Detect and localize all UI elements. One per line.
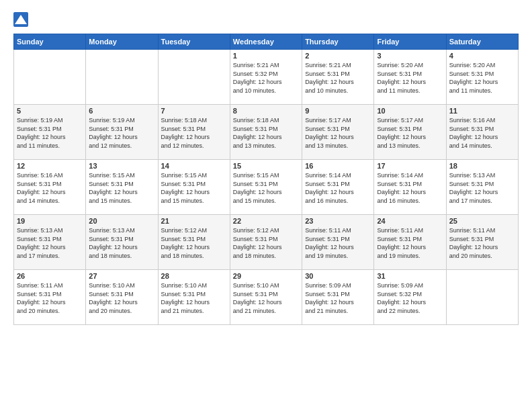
day-number: 9 bbox=[305, 107, 371, 115]
day-cell: 4Sunrise: 5:20 AMSunset: 5:31 PMDaylight… bbox=[446, 50, 518, 105]
day-cell bbox=[86, 50, 158, 105]
day-info: Sunrise: 5:21 AMSunset: 5:32 PMDaylight:… bbox=[233, 61, 299, 95]
day-number: 2 bbox=[305, 52, 371, 60]
day-number: 18 bbox=[449, 162, 515, 170]
day-info: Sunrise: 5:18 AMSunset: 5:31 PMDaylight:… bbox=[233, 116, 299, 150]
day-cell: 14Sunrise: 5:15 AMSunset: 5:31 PMDayligh… bbox=[158, 160, 230, 215]
day-info: Sunrise: 5:20 AMSunset: 5:31 PMDaylight:… bbox=[377, 61, 443, 95]
day-cell: 13Sunrise: 5:15 AMSunset: 5:31 PMDayligh… bbox=[86, 160, 158, 215]
day-cell: 2Sunrise: 5:21 AMSunset: 5:31 PMDaylight… bbox=[302, 50, 374, 105]
header bbox=[13, 12, 519, 27]
day-cell: 10Sunrise: 5:17 AMSunset: 5:31 PMDayligh… bbox=[374, 105, 446, 160]
day-cell: 27Sunrise: 5:10 AMSunset: 5:31 PMDayligh… bbox=[86, 270, 158, 325]
day-cell: 19Sunrise: 5:13 AMSunset: 5:31 PMDayligh… bbox=[14, 215, 86, 270]
day-cell: 9Sunrise: 5:17 AMSunset: 5:31 PMDaylight… bbox=[302, 105, 374, 160]
day-cell: 1Sunrise: 5:21 AMSunset: 5:32 PMDaylight… bbox=[230, 50, 302, 105]
day-cell bbox=[158, 50, 230, 105]
day-number: 30 bbox=[305, 272, 371, 280]
day-info: Sunrise: 5:10 AMSunset: 5:31 PMDaylight:… bbox=[233, 281, 299, 315]
day-number: 27 bbox=[89, 272, 154, 280]
day-number: 19 bbox=[17, 217, 83, 225]
day-number: 3 bbox=[377, 52, 443, 60]
page: SundayMondayTuesdayWednesdayThursdayFrid… bbox=[0, 0, 532, 411]
day-info: Sunrise: 5:13 AMSunset: 5:31 PMDaylight:… bbox=[17, 226, 83, 260]
day-cell: 30Sunrise: 5:09 AMSunset: 5:31 PMDayligh… bbox=[302, 270, 374, 325]
day-number: 29 bbox=[233, 272, 299, 280]
day-info: Sunrise: 5:15 AMSunset: 5:31 PMDaylight:… bbox=[89, 171, 154, 205]
day-cell: 11Sunrise: 5:16 AMSunset: 5:31 PMDayligh… bbox=[446, 105, 518, 160]
day-cell: 28Sunrise: 5:10 AMSunset: 5:31 PMDayligh… bbox=[158, 270, 230, 325]
day-cell: 25Sunrise: 5:11 AMSunset: 5:31 PMDayligh… bbox=[446, 215, 518, 270]
day-number: 1 bbox=[233, 52, 299, 60]
day-number: 5 bbox=[17, 107, 83, 115]
day-info: Sunrise: 5:15 AMSunset: 5:31 PMDaylight:… bbox=[161, 171, 227, 205]
day-cell: 20Sunrise: 5:13 AMSunset: 5:31 PMDayligh… bbox=[86, 215, 158, 270]
day-info: Sunrise: 5:14 AMSunset: 5:31 PMDaylight:… bbox=[377, 171, 443, 205]
day-info: Sunrise: 5:17 AMSunset: 5:31 PMDaylight:… bbox=[377, 116, 443, 150]
day-cell: 12Sunrise: 5:16 AMSunset: 5:31 PMDayligh… bbox=[14, 160, 86, 215]
day-info: Sunrise: 5:19 AMSunset: 5:31 PMDaylight:… bbox=[89, 116, 154, 150]
day-cell: 6Sunrise: 5:19 AMSunset: 5:31 PMDaylight… bbox=[86, 105, 158, 160]
day-info: Sunrise: 5:16 AMSunset: 5:31 PMDaylight:… bbox=[449, 116, 515, 150]
day-cell bbox=[14, 50, 86, 105]
day-info: Sunrise: 5:19 AMSunset: 5:31 PMDaylight:… bbox=[17, 116, 83, 150]
calendar-header-row: SundayMondayTuesdayWednesdayThursdayFrid… bbox=[14, 34, 519, 50]
day-cell: 3Sunrise: 5:20 AMSunset: 5:31 PMDaylight… bbox=[374, 50, 446, 105]
day-cell: 5Sunrise: 5:19 AMSunset: 5:31 PMDaylight… bbox=[14, 105, 86, 160]
day-info: Sunrise: 5:18 AMSunset: 5:31 PMDaylight:… bbox=[161, 116, 227, 150]
day-info: Sunrise: 5:09 AMSunset: 5:32 PMDaylight:… bbox=[377, 281, 443, 315]
day-info: Sunrise: 5:14 AMSunset: 5:31 PMDaylight:… bbox=[305, 171, 371, 205]
day-info: Sunrise: 5:09 AMSunset: 5:31 PMDaylight:… bbox=[305, 281, 371, 315]
day-info: Sunrise: 5:10 AMSunset: 5:31 PMDaylight:… bbox=[161, 281, 227, 315]
day-cell: 18Sunrise: 5:13 AMSunset: 5:31 PMDayligh… bbox=[446, 160, 518, 215]
day-info: Sunrise: 5:13 AMSunset: 5:31 PMDaylight:… bbox=[89, 226, 154, 260]
day-number: 28 bbox=[161, 272, 227, 280]
day-cell: 15Sunrise: 5:15 AMSunset: 5:31 PMDayligh… bbox=[230, 160, 302, 215]
day-cell: 8Sunrise: 5:18 AMSunset: 5:31 PMDaylight… bbox=[230, 105, 302, 160]
day-header-saturday: Saturday bbox=[446, 34, 518, 50]
day-cell: 29Sunrise: 5:10 AMSunset: 5:31 PMDayligh… bbox=[230, 270, 302, 325]
day-info: Sunrise: 5:12 AMSunset: 5:31 PMDaylight:… bbox=[161, 226, 227, 260]
day-header-sunday: Sunday bbox=[14, 34, 86, 50]
day-number: 8 bbox=[233, 107, 299, 115]
day-number: 23 bbox=[305, 217, 371, 225]
day-number: 21 bbox=[161, 217, 227, 225]
day-header-wednesday: Wednesday bbox=[230, 34, 302, 50]
day-info: Sunrise: 5:12 AMSunset: 5:31 PMDaylight:… bbox=[233, 226, 299, 260]
day-info: Sunrise: 5:11 AMSunset: 5:31 PMDaylight:… bbox=[17, 281, 83, 315]
day-info: Sunrise: 5:10 AMSunset: 5:31 PMDaylight:… bbox=[89, 281, 154, 315]
day-number: 26 bbox=[17, 272, 83, 280]
day-cell: 21Sunrise: 5:12 AMSunset: 5:31 PMDayligh… bbox=[158, 215, 230, 270]
day-cell: 31Sunrise: 5:09 AMSunset: 5:32 PMDayligh… bbox=[374, 270, 446, 325]
week-row-1: 5Sunrise: 5:19 AMSunset: 5:31 PMDaylight… bbox=[14, 105, 519, 160]
day-number: 15 bbox=[233, 162, 299, 170]
week-row-2: 12Sunrise: 5:16 AMSunset: 5:31 PMDayligh… bbox=[14, 160, 519, 215]
day-cell: 23Sunrise: 5:11 AMSunset: 5:31 PMDayligh… bbox=[302, 215, 374, 270]
day-info: Sunrise: 5:16 AMSunset: 5:31 PMDaylight:… bbox=[17, 171, 83, 205]
day-info: Sunrise: 5:17 AMSunset: 5:31 PMDaylight:… bbox=[305, 116, 371, 150]
day-number: 31 bbox=[377, 272, 443, 280]
day-header-friday: Friday bbox=[374, 34, 446, 50]
day-cell: 24Sunrise: 5:11 AMSunset: 5:31 PMDayligh… bbox=[374, 215, 446, 270]
day-info: Sunrise: 5:20 AMSunset: 5:31 PMDaylight:… bbox=[449, 61, 515, 95]
day-number: 14 bbox=[161, 162, 227, 170]
day-cell: 26Sunrise: 5:11 AMSunset: 5:31 PMDayligh… bbox=[14, 270, 86, 325]
day-number: 11 bbox=[449, 107, 515, 115]
day-cell: 22Sunrise: 5:12 AMSunset: 5:31 PMDayligh… bbox=[230, 215, 302, 270]
day-cell bbox=[446, 270, 518, 325]
day-info: Sunrise: 5:11 AMSunset: 5:31 PMDaylight:… bbox=[305, 226, 371, 260]
day-number: 7 bbox=[161, 107, 227, 115]
day-header-thursday: Thursday bbox=[302, 34, 374, 50]
day-number: 25 bbox=[449, 217, 515, 225]
day-number: 12 bbox=[17, 162, 83, 170]
day-number: 4 bbox=[449, 52, 515, 60]
day-info: Sunrise: 5:11 AMSunset: 5:31 PMDaylight:… bbox=[377, 226, 443, 260]
day-number: 10 bbox=[377, 107, 443, 115]
day-number: 24 bbox=[377, 217, 443, 225]
day-number: 16 bbox=[305, 162, 371, 170]
day-header-tuesday: Tuesday bbox=[158, 34, 230, 50]
day-number: 13 bbox=[89, 162, 154, 170]
day-header-monday: Monday bbox=[86, 34, 158, 50]
day-info: Sunrise: 5:15 AMSunset: 5:31 PMDaylight:… bbox=[233, 171, 299, 205]
logo-icon bbox=[13, 12, 28, 27]
